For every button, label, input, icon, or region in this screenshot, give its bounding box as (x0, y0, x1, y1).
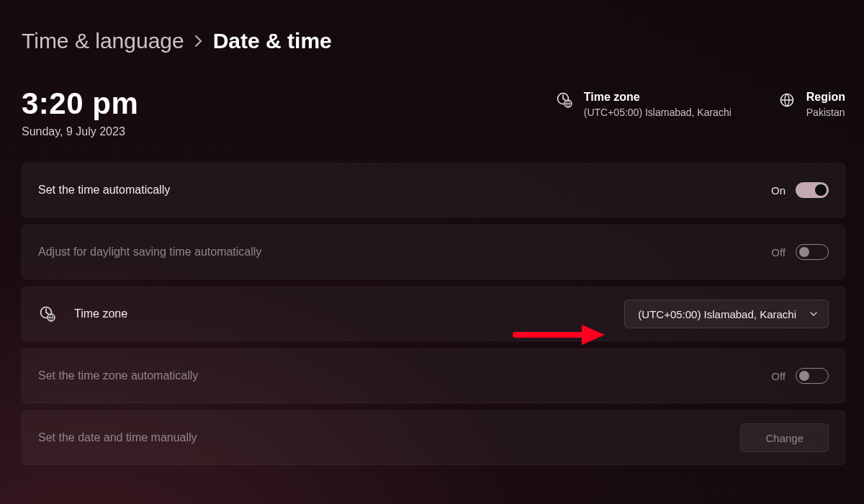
toggle-auto-time[interactable] (796, 182, 829, 198)
breadcrumb-parent[interactable]: Time & language (22, 29, 184, 53)
current-time: 3:20 pm (22, 86, 138, 121)
timezone-dropdown-value: (UTC+05:00) Islamabad, Karachi (638, 308, 796, 320)
toggle-dst (796, 244, 829, 260)
current-date: Sunday, 9 July 2023 (22, 125, 138, 138)
chevron-right-icon (194, 35, 203, 48)
timezone-dropdown[interactable]: (UTC+05:00) Islamabad, Karachi (624, 300, 829, 328)
clock-globe-icon (38, 305, 57, 323)
region-info[interactable]: Region Pakistan (778, 86, 845, 118)
row-manual-datetime: Set the date and time manually Change (22, 410, 845, 465)
breadcrumb-current: Date & time (213, 29, 332, 53)
timezone-info-title: Time zone (584, 91, 732, 104)
toggle-auto-timezone (796, 368, 829, 384)
clock-block: 3:20 pm Sunday, 9 July 2023 (22, 86, 138, 138)
row-auto-time: Set the time automatically On (22, 163, 845, 217)
row-dst: Adjust for daylight saving time automati… (22, 225, 845, 279)
row-timezone-label: Time zone (74, 307, 127, 320)
change-button[interactable]: Change (740, 423, 829, 452)
region-info-title: Region (806, 91, 845, 104)
timezone-info[interactable]: Time zone (UTC+05:00) Islamabad, Karachi (555, 86, 732, 118)
clock-globe-icon (555, 91, 574, 109)
row-manual-label: Set the date and time manually (38, 431, 197, 444)
breadcrumb: Time & language Date & time (22, 29, 845, 53)
row-auto-timezone-label: Set the time zone automatically (38, 369, 198, 382)
row-auto-timezone-state: Off (771, 370, 786, 382)
row-auto-time-label: Set the time automatically (38, 184, 170, 197)
row-dst-label: Adjust for daylight saving time automati… (38, 246, 261, 258)
timezone-info-value: (UTC+05:00) Islamabad, Karachi (584, 107, 732, 118)
region-info-value: Pakistan (806, 107, 845, 118)
row-auto-time-state: On (771, 184, 786, 197)
row-dst-state: Off (771, 246, 786, 258)
settings-list: Set the time automatically On Adjust for… (22, 163, 845, 465)
chevron-down-icon (809, 310, 818, 318)
globe-icon (778, 91, 796, 109)
row-auto-timezone: Set the time zone automatically Off (22, 348, 845, 403)
row-timezone: Time zone (UTC+05:00) Islamabad, Karachi (22, 287, 845, 341)
